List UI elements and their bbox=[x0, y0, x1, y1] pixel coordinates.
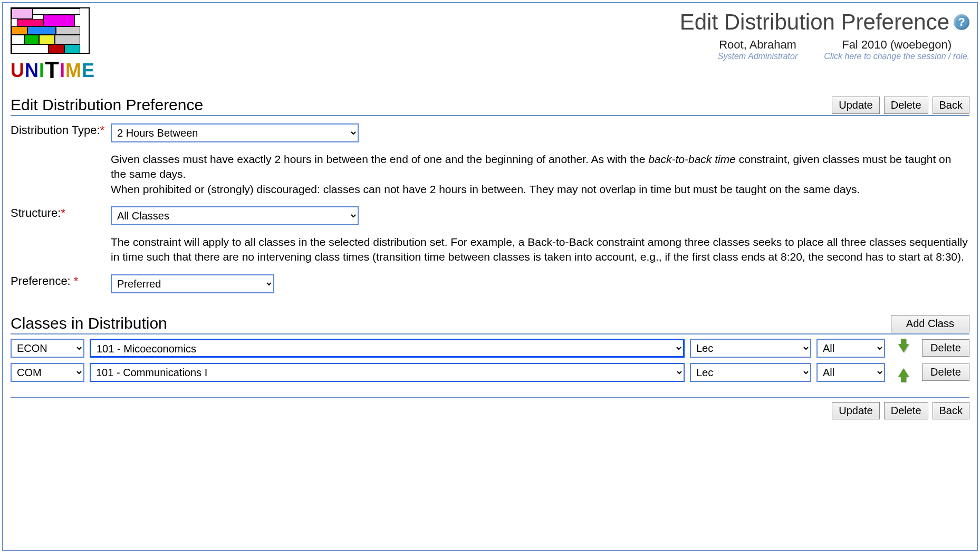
preference-select[interactable]: Preferred bbox=[111, 274, 274, 293]
type-select[interactable]: Lec bbox=[690, 363, 811, 382]
change-session-link[interactable]: Click here to change the session / role. bbox=[824, 52, 969, 61]
type-select[interactable]: Lec bbox=[690, 339, 811, 358]
update-button-top[interactable]: Update bbox=[832, 97, 880, 114]
dist-type-desc: Given classes must have exactly 2 hours … bbox=[111, 152, 969, 197]
dist-type-label: Distribution Type:* bbox=[11, 123, 105, 142]
structure-desc: The constraint will apply to all classes… bbox=[111, 235, 969, 265]
row-delete-button[interactable]: Delete bbox=[922, 363, 969, 381]
back-button-top[interactable]: Back bbox=[933, 97, 969, 114]
logo-wordmark: UNITIME bbox=[11, 57, 95, 83]
section-select[interactable]: All bbox=[816, 339, 885, 358]
section-title-main: Edit Distribution Preference bbox=[11, 96, 203, 114]
user-name: Root, Abraham bbox=[718, 38, 798, 52]
course-select[interactable]: 101 - Communications I bbox=[90, 363, 685, 382]
move-up-icon[interactable] bbox=[898, 368, 909, 377]
update-button-bottom[interactable]: Update bbox=[832, 402, 880, 419]
structure-select[interactable]: All Classes bbox=[111, 206, 359, 225]
class-row: ECON101 - MicoeconomicsLecAllDelete bbox=[11, 339, 969, 358]
page-title: Edit Distribution Preference bbox=[680, 9, 949, 35]
user-role: System Administrator bbox=[718, 52, 798, 61]
section-select[interactable]: All bbox=[816, 363, 885, 382]
logo-block: UNITIME bbox=[11, 7, 95, 83]
subject-select[interactable]: ECON bbox=[11, 339, 84, 358]
dist-type-select[interactable]: 2 Hours Between bbox=[111, 123, 359, 142]
back-button-bottom[interactable]: Back bbox=[933, 402, 969, 419]
move-down-icon[interactable] bbox=[898, 344, 909, 352]
row-delete-button[interactable]: Delete bbox=[922, 339, 969, 357]
delete-button-bottom[interactable]: Delete bbox=[884, 402, 928, 419]
delete-button-top[interactable]: Delete bbox=[884, 97, 928, 114]
add-class-button[interactable]: Add Class bbox=[891, 315, 969, 332]
structure-label: Structure:* bbox=[11, 206, 105, 225]
grid-logo bbox=[11, 7, 90, 54]
section-title-classes: Classes in Distribution bbox=[11, 314, 167, 332]
subject-select[interactable]: COM bbox=[11, 363, 84, 382]
help-icon[interactable]: ? bbox=[954, 14, 969, 30]
session-label: Fal 2010 (woebegon) bbox=[824, 38, 969, 52]
course-select[interactable]: 101 - Micoeconomics bbox=[90, 339, 685, 358]
preference-label: Preference: * bbox=[11, 274, 105, 293]
class-row: COM101 - Communications ILecAllDelete bbox=[11, 363, 969, 382]
